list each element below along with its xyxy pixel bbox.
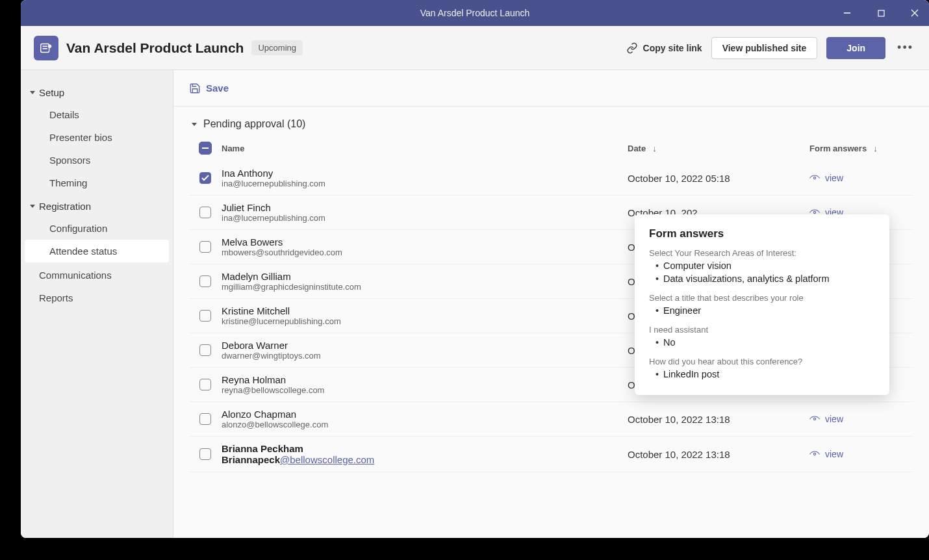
app-icon [34, 36, 58, 60]
caret-down-icon [192, 123, 197, 126]
popup-answer: Data visualizations, analytics & platfor… [649, 274, 875, 284]
status-badge: Upcoming [251, 40, 303, 55]
sidebar-item-presenter-bios[interactable]: Presenter bios [21, 126, 173, 149]
view-answers-button[interactable]: view [809, 173, 843, 183]
view-answers-button[interactable]: view [809, 449, 843, 459]
page-title: Van Arsdel Product Launch [66, 40, 244, 56]
view-label: view [825, 449, 843, 459]
attendee-date: October 10, 2022 13:18 [628, 449, 809, 460]
column-header-date[interactable]: Date ↓ [628, 144, 809, 153]
svg-rect-1 [878, 10, 884, 16]
svg-rect-7 [43, 48, 47, 49]
maximize-button[interactable] [872, 4, 890, 22]
view-answers-button[interactable]: view [809, 414, 843, 424]
more-options-button[interactable]: ••• [895, 41, 916, 55]
copy-site-link-button[interactable]: Copy site link [626, 42, 702, 54]
attendee-email: Briannapeck@bellowscollege.com [222, 454, 628, 465]
sidebar-group-registration[interactable]: Registration [21, 196, 173, 217]
join-button[interactable]: Join [826, 37, 885, 59]
svg-point-10 [813, 211, 815, 213]
attendee-name: Debora Warner [222, 340, 628, 351]
view-published-site-button[interactable]: View published site [711, 37, 818, 59]
attendee-name: Brianna Peckham [222, 443, 628, 454]
popup-answer: Computer vision [649, 261, 875, 271]
sidebar-item-sponsors[interactable]: Sponsors [21, 149, 173, 172]
sidebar-item-communications[interactable]: Communications [21, 264, 173, 286]
caret-down-icon [30, 91, 35, 94]
popup-question: I need assistant [649, 325, 875, 335]
eye-icon [809, 416, 820, 422]
table-row: Brianna PeckhamBriannapeck@bellowscolleg… [189, 437, 913, 472]
attendee-name: Melva Bowers [222, 236, 628, 248]
sidebar-item-configuration[interactable]: Configuration [21, 217, 173, 240]
sort-down-icon: ↓ [873, 144, 878, 153]
attendee-name: Madelyn Gilliam [222, 271, 628, 282]
window-title: Van Arsdel Product Launch [420, 8, 530, 18]
save-button[interactable]: Save [189, 83, 229, 94]
sidebar-item-reports[interactable]: Reports [21, 286, 173, 309]
row-checkbox[interactable] [199, 413, 211, 425]
popup-answer: No [649, 337, 875, 348]
attendee-name: Alonzo Chapman [222, 409, 628, 420]
sidebar-item-details[interactable]: Details [21, 103, 173, 126]
row-checkbox[interactable] [199, 275, 211, 287]
eye-icon [809, 451, 820, 457]
row-checkbox[interactable] [199, 344, 211, 356]
sidebar-group-label: Registration [39, 201, 91, 212]
sidebar-group-label: Setup [39, 87, 64, 98]
close-button[interactable] [906, 4, 924, 22]
row-checkbox[interactable] [199, 207, 211, 218]
sidebar-item-theming[interactable]: Theming [21, 172, 173, 194]
sidebar: Setup Details Presenter bios Sponsors Th… [21, 70, 173, 538]
attendee-name: Juliet Finch [222, 202, 628, 213]
link-icon [626, 42, 638, 54]
svg-rect-6 [43, 45, 47, 47]
select-all-checkbox[interactable] [199, 142, 212, 155]
svg-point-17 [813, 453, 815, 455]
sidebar-group-setup[interactable]: Setup [21, 82, 173, 103]
popup-answer: LinkedIn post [649, 369, 875, 379]
column-header-form-answers[interactable]: Form answers ↓ [809, 144, 913, 153]
attendee-name: Kristine Mitchell [222, 305, 628, 316]
section-title: Pending approval (10) [203, 118, 305, 130]
popup-question: Select Your Research Areas of Interest: [649, 248, 875, 258]
save-label: Save [206, 83, 229, 94]
attendee-email: mbowers@southridgevideo.com [222, 248, 628, 257]
row-checkbox[interactable] [199, 172, 211, 184]
attendee-email: ina@lucernepublishing.com [222, 179, 628, 188]
section-header[interactable]: Pending approval (10) [173, 107, 929, 135]
caret-down-icon [30, 205, 35, 208]
email-link[interactable]: @bellowscollege.com [280, 454, 374, 465]
eye-icon [809, 175, 820, 181]
popup-question: How did you hear about this conference? [649, 357, 875, 366]
row-checkbox[interactable] [199, 448, 211, 460]
attendee-email: ina@lucernepublishing.com [222, 213, 628, 223]
attendee-date: October 10, 2022 05:18 [628, 173, 809, 184]
view-label: view [825, 173, 843, 183]
view-label: view [825, 414, 843, 424]
app-header: Van Arsdel Product Launch Upcoming Copy … [21, 26, 929, 70]
sidebar-item-attendee-status[interactable]: Attendee status [25, 240, 169, 262]
minimize-button[interactable] [838, 4, 856, 22]
popup-title: Form answers [649, 227, 875, 240]
row-checkbox[interactable] [199, 241, 211, 253]
table-row: Alonzo Chapmanalonzo@bellowscollege.comO… [189, 402, 913, 437]
column-header-name[interactable]: Name [222, 144, 628, 153]
row-checkbox[interactable] [199, 379, 211, 390]
popup-question: Select a title that best describes your … [649, 293, 875, 303]
attendee-email: alonzo@bellowscollege.com [222, 420, 628, 429]
attendee-name: Ina Anthony [222, 168, 628, 179]
window-titlebar: Van Arsdel Product Launch [21, 0, 929, 26]
attendee-email: dwarner@wingtiptoys.com [222, 351, 628, 361]
attendee-name: Reyna Holman [222, 374, 628, 385]
table-row: Ina Anthonyina@lucernepublishing.comOcto… [189, 161, 913, 196]
copy-link-label: Copy site link [643, 43, 702, 53]
svg-point-16 [813, 418, 815, 420]
svg-rect-8 [202, 147, 209, 149]
row-checkbox[interactable] [199, 310, 211, 322]
form-answers-popup: Form answers Select Your Research Areas … [635, 214, 889, 395]
main-content: Save Pending approval (10) Name [173, 70, 929, 538]
attendee-email: mgilliam@graphicdesigninstitute.com [222, 282, 628, 292]
attendee-email: reyna@bellowscollege.com [222, 385, 628, 395]
popup-answer: Engineer [649, 305, 875, 316]
